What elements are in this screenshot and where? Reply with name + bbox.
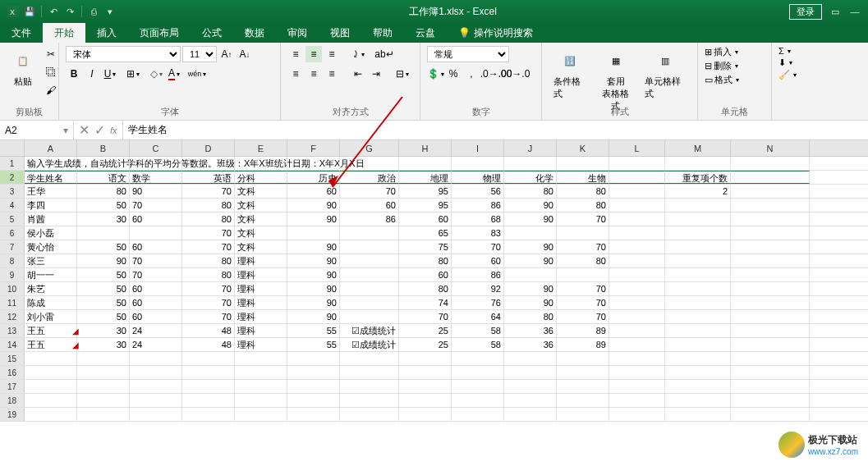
cell[interactable] (504, 366, 557, 379)
cell[interactable]: 24 (130, 324, 182, 337)
cell[interactable] (557, 408, 609, 421)
col-header[interactable]: M (665, 140, 731, 156)
cell[interactable]: 86 (452, 199, 504, 212)
cell[interactable] (399, 157, 452, 170)
cell[interactable]: 95 (399, 199, 452, 212)
cell[interactable] (609, 282, 665, 295)
cell[interactable]: 陈成 (25, 296, 77, 309)
col-header[interactable]: J (504, 140, 557, 156)
cell[interactable]: 86 (340, 212, 399, 226)
format-painter-icon[interactable]: 🖌 (43, 82, 59, 98)
decrease-font-icon[interactable]: A↓ (237, 46, 253, 62)
cell[interactable]: 黄心怡 (25, 240, 77, 254)
cell[interactable] (77, 380, 130, 393)
cell[interactable]: 80 (182, 268, 235, 281)
col-header[interactable]: I (452, 140, 504, 156)
cell[interactable]: 70 (130, 268, 182, 281)
cell[interactable]: 70 (182, 226, 235, 240)
row-header[interactable]: 17 (0, 380, 25, 393)
cell[interactable] (399, 408, 452, 421)
cell[interactable] (340, 394, 399, 407)
cell[interactable] (399, 366, 452, 379)
cell[interactable]: 70 (130, 199, 182, 212)
cell[interactable] (130, 394, 182, 407)
cell[interactable] (731, 380, 810, 393)
row-header[interactable]: 4 (0, 199, 25, 212)
cell[interactable]: 朱艺 (25, 282, 77, 295)
col-header[interactable]: E (235, 140, 287, 156)
col-header[interactable]: G (340, 140, 399, 156)
cell[interactable] (235, 352, 287, 365)
cell[interactable]: 物理 (452, 171, 504, 184)
cell[interactable] (665, 199, 731, 212)
cell[interactable]: 50 (77, 282, 130, 295)
format-as-table-button[interactable]: ▦ 套用 表格格式 (595, 46, 637, 114)
col-header[interactable]: F (287, 140, 340, 156)
cell[interactable]: 90 (287, 268, 340, 281)
cell[interactable] (340, 157, 399, 170)
cell[interactable] (557, 157, 609, 170)
tab-formulas[interactable]: 公式 (191, 23, 233, 43)
cell[interactable]: 60 (340, 199, 399, 212)
cell[interactable] (399, 380, 452, 393)
cell[interactable] (609, 380, 665, 393)
insert-cells-button[interactable]: ⊞插入▾ (705, 46, 765, 58)
cell[interactable]: 70 (557, 282, 609, 295)
cell[interactable] (452, 352, 504, 365)
cell[interactable] (665, 408, 731, 421)
accept-formula-icon[interactable]: ✓ (94, 122, 105, 138)
tab-file[interactable]: 文件 (0, 23, 43, 43)
cell[interactable]: ☑成绩统计 (340, 324, 399, 337)
cell[interactable]: 60 (287, 185, 340, 198)
row-header[interactable]: 11 (0, 296, 25, 309)
tab-home[interactable]: 开始 (43, 23, 85, 43)
row-header[interactable]: 1 (0, 157, 25, 170)
align-top-icon[interactable]: ≡ (287, 46, 304, 62)
cell[interactable] (731, 282, 810, 295)
cell[interactable] (731, 199, 810, 212)
cell[interactable]: 2 (665, 185, 731, 198)
conditional-format-button[interactable]: 🔢 条件格式 (549, 46, 591, 102)
cell[interactable] (557, 352, 609, 365)
tell-me[interactable]: 💡操作说明搜索 (447, 23, 544, 43)
cell[interactable] (731, 212, 810, 226)
cell[interactable] (665, 380, 731, 393)
cell[interactable] (182, 394, 235, 407)
login-button[interactable]: 登录 (789, 4, 822, 20)
cell[interactable]: 30 (77, 212, 130, 226)
cell[interactable]: 理科 (235, 324, 287, 337)
cell[interactable]: 80 (557, 185, 609, 198)
cell[interactable] (609, 324, 665, 337)
tab-data[interactable]: 数据 (233, 23, 276, 43)
cell[interactable]: 80 (557, 254, 609, 267)
row-header[interactable]: 19 (0, 408, 25, 421)
tab-insert[interactable]: 插入 (85, 23, 128, 43)
cell[interactable] (452, 366, 504, 379)
cell[interactable]: 25 (399, 338, 452, 351)
cell[interactable]: 90 (287, 212, 340, 226)
row-header[interactable]: 8 (0, 254, 25, 267)
undo-icon[interactable]: ↶ (47, 5, 60, 18)
cell[interactable]: 36 (504, 338, 557, 351)
cell[interactable]: 30 (77, 338, 130, 351)
cell[interactable]: 90 (130, 185, 182, 198)
row-header[interactable]: 7 (0, 240, 25, 254)
cell[interactable] (182, 352, 235, 365)
phonetic-button[interactable]: wén▾ (189, 66, 205, 82)
cell[interactable]: 分科 (235, 171, 287, 184)
cell[interactable]: 90 (287, 240, 340, 254)
number-format-select[interactable]: 常规 (427, 46, 509, 62)
cell[interactable]: 70 (557, 310, 609, 323)
copy-icon[interactable]: ⿻ (43, 64, 59, 80)
cell[interactable]: 文科 (235, 226, 287, 240)
cell[interactable] (731, 310, 810, 323)
ribbon-options-icon[interactable]: ▭ (829, 5, 842, 18)
cell[interactable]: 输入学生成绩，自动统计学科的平均分等数据。班级：X年X班统计日期：X年X月X日 (25, 157, 77, 170)
cell[interactable]: 肖茜 (25, 212, 77, 226)
cell[interactable]: 70 (557, 240, 609, 254)
cell[interactable]: 重复项个数 (665, 171, 731, 184)
cell[interactable] (399, 394, 452, 407)
cell[interactable]: 90 (287, 282, 340, 295)
col-header[interactable]: N (731, 140, 810, 156)
cell[interactable]: 48 (182, 324, 235, 337)
